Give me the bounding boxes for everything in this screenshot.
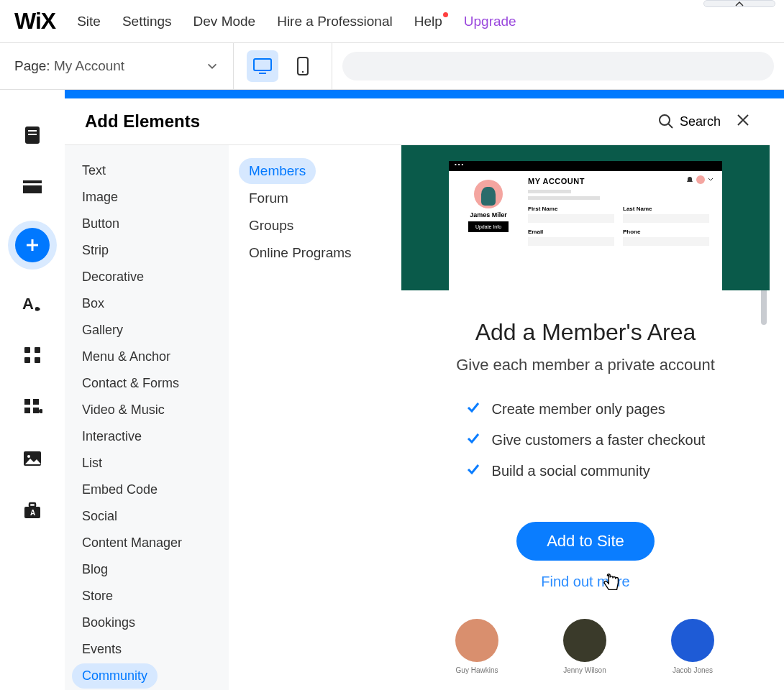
text-design-icon: A xyxy=(22,293,42,313)
category-image[interactable]: Image xyxy=(72,185,128,210)
menu-dev-mode[interactable]: Dev Mode xyxy=(193,14,256,29)
category-events[interactable]: Events xyxy=(72,637,132,662)
members-promo: Add a Member's Area Give each member a p… xyxy=(401,290,770,612)
promo-bullets: Create member only pagesGive customers a… xyxy=(466,400,706,493)
menu-upgrade[interactable]: Upgrade xyxy=(464,14,516,29)
add-to-site-button[interactable]: Add to Site xyxy=(516,522,655,561)
svg-rect-15 xyxy=(35,357,40,363)
svg-rect-8 xyxy=(23,185,42,193)
mock-avatar-small xyxy=(696,175,705,184)
plus-icon xyxy=(24,236,41,254)
svg-text:A: A xyxy=(30,509,35,517)
member-card[interactable]: Guy Hawkins xyxy=(445,619,509,674)
category-strip[interactable]: Strip xyxy=(72,238,119,263)
section-icon xyxy=(22,179,43,195)
rail-media[interactable] xyxy=(22,448,43,469)
add-panel-title: Add Elements xyxy=(85,111,200,132)
add-panel-body: TextImageButtonStripDecorativeBoxGallery… xyxy=(65,144,770,690)
subcategory-online-programs[interactable]: Online Programs xyxy=(239,240,362,266)
bell-icon xyxy=(686,176,693,183)
menu-settings[interactable]: Settings xyxy=(122,14,172,29)
search-button[interactable]: Search xyxy=(658,114,721,129)
category-community[interactable]: Community xyxy=(72,663,158,689)
page-icon xyxy=(23,124,42,146)
category-text[interactable]: Text xyxy=(72,158,116,183)
svg-rect-17 xyxy=(33,399,39,405)
member-name: Jenny Wilson xyxy=(563,666,606,674)
category-gallery[interactable]: Gallery xyxy=(72,318,133,343)
rail-pages[interactable] xyxy=(22,124,43,146)
mobile-device-button[interactable] xyxy=(287,50,319,82)
promo-bullet-text: Build a social community xyxy=(492,463,650,479)
rail-add-button[interactable] xyxy=(15,228,50,262)
page-selector[interactable]: Page: My Account xyxy=(0,43,234,89)
blue-strip xyxy=(65,90,784,98)
category-decorative[interactable]: Decorative xyxy=(72,264,154,290)
menu-hire-professional[interactable]: Hire a Professional xyxy=(277,14,393,29)
mock-update-button: Update Info xyxy=(468,221,509,232)
rail-business[interactable] xyxy=(22,396,43,418)
svg-rect-14 xyxy=(24,357,30,363)
category-blog[interactable]: Blog xyxy=(72,557,118,582)
category-video-music[interactable]: Video & Music xyxy=(72,397,175,423)
category-embed-code[interactable]: Embed Code xyxy=(72,477,168,502)
category-content-manager[interactable]: Content Manager xyxy=(72,530,192,556)
mock-window-dots: ••• xyxy=(449,161,722,171)
left-rail: A A xyxy=(0,92,65,521)
search-label: Search xyxy=(680,114,721,129)
member-avatar xyxy=(563,619,606,662)
category-social[interactable]: Social xyxy=(72,504,127,529)
find-out-more-link[interactable]: Find out more xyxy=(423,574,748,590)
chevron-up-icon xyxy=(735,1,744,8)
promo-bullet-text: Give customers a faster checkout xyxy=(492,432,706,448)
close-button[interactable] xyxy=(737,112,749,131)
svg-rect-6 xyxy=(28,134,37,135)
member-card[interactable]: Jacob Jones xyxy=(660,619,725,674)
member-card[interactable]: Jenny Wilson xyxy=(552,619,617,674)
svg-line-25 xyxy=(668,124,673,129)
toolbar: Page: My Account xyxy=(0,43,784,90)
categories-column[interactable]: TextImageButtonStripDecorativeBoxGallery… xyxy=(65,145,229,690)
svg-point-18 xyxy=(39,409,42,413)
close-icon xyxy=(737,114,749,126)
menu-site[interactable]: Site xyxy=(77,14,101,29)
subcategories-column[interactable]: MembersForumGroupsOnline Programs xyxy=(229,145,401,690)
category-button[interactable]: Button xyxy=(72,211,129,236)
search-icon xyxy=(658,114,674,129)
category-store[interactable]: Store xyxy=(72,584,123,609)
svg-rect-13 xyxy=(35,347,40,353)
member-avatar xyxy=(455,619,498,662)
rail-apps[interactable] xyxy=(22,344,43,366)
menu-help[interactable]: Help xyxy=(414,14,442,29)
category-bookings[interactable]: Bookings xyxy=(72,610,145,635)
category-interactive[interactable]: Interactive xyxy=(72,424,152,449)
category-menu-anchor[interactable]: Menu & Anchor xyxy=(72,344,181,369)
mock-field-email: Email xyxy=(528,229,614,235)
category-list[interactable]: List xyxy=(72,451,112,476)
mock-title: MY ACCOUNT xyxy=(528,177,709,185)
mock-field-firstname: First Name xyxy=(528,206,614,212)
member-name: Jacob Jones xyxy=(673,666,713,674)
category-contact-forms[interactable]: Contact & Forms xyxy=(72,371,189,396)
category-box[interactable]: Box xyxy=(72,291,114,316)
rail-marketplace[interactable]: A xyxy=(22,500,43,521)
rail-design[interactable]: A xyxy=(22,293,43,314)
svg-point-24 xyxy=(660,115,670,125)
svg-rect-12 xyxy=(24,347,30,353)
mini-card[interactable] xyxy=(703,0,775,7)
mock-field-phone: Phone xyxy=(623,229,709,235)
page-value: My Account xyxy=(54,58,124,73)
subcategory-groups[interactable]: Groups xyxy=(239,213,304,239)
desktop-device-button[interactable] xyxy=(247,50,278,82)
svg-rect-22 xyxy=(29,503,35,507)
preview-banner: ••• James Miler Update Info MY A xyxy=(401,145,770,290)
url-pill[interactable] xyxy=(342,52,774,80)
puzzle-icon xyxy=(22,397,42,417)
mock-field-lastname: Last Name xyxy=(623,206,709,212)
subcategory-members[interactable]: Members xyxy=(239,158,316,184)
svg-point-3 xyxy=(302,71,304,73)
subcategory-forum[interactable]: Forum xyxy=(239,185,298,211)
check-icon xyxy=(466,400,480,418)
rail-sections[interactable] xyxy=(22,176,43,198)
mock-profile-name: James Miler xyxy=(470,211,507,218)
